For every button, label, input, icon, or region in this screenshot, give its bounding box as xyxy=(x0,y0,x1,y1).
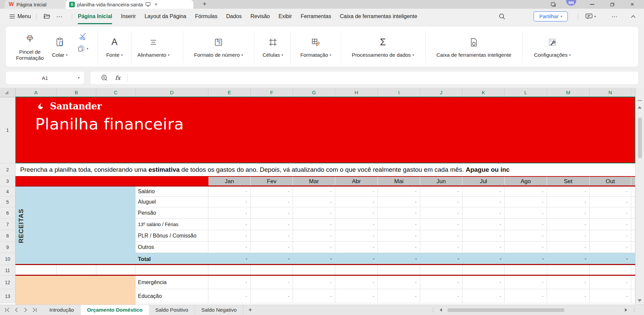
column-header-I[interactable]: I xyxy=(378,88,420,97)
cell-G12[interactable]: - xyxy=(293,276,335,289)
cell-H12[interactable]: - xyxy=(335,276,378,289)
cell-I11[interactable] xyxy=(378,265,420,276)
menu-button[interactable]: Menu xyxy=(17,9,31,24)
first-sheet-icon[interactable] xyxy=(5,307,10,313)
cell-F8[interactable]: - xyxy=(251,230,293,242)
sheet-tab-introducao[interactable]: Introdução xyxy=(43,305,81,315)
cell-O7[interactable] xyxy=(631,219,635,230)
row-header-5[interactable]: 5 xyxy=(0,197,15,207)
month-header-partial[interactable] xyxy=(631,176,635,187)
column-header-H[interactable]: H xyxy=(335,88,378,97)
cell-D7[interactable]: 13º salário / Férias xyxy=(136,219,208,230)
cell-E8[interactable]: - xyxy=(208,230,251,242)
month-header-jun[interactable]: Jun xyxy=(420,176,462,187)
cell-M7[interactable]: - xyxy=(547,219,590,230)
column-header-E[interactable]: E xyxy=(208,88,251,97)
cell-I6[interactable]: - xyxy=(378,207,420,219)
cell-G13[interactable]: - xyxy=(293,289,335,303)
row-header-11[interactable]: 11 xyxy=(0,265,15,276)
cell-M11[interactable] xyxy=(547,265,590,276)
menu-tab-layout-da-pagina[interactable]: Layout da Página xyxy=(145,9,187,24)
hamburger-menu-icon[interactable] xyxy=(9,9,15,24)
cell-L5[interactable]: - xyxy=(505,197,547,207)
cell-D8[interactable]: PLR / Bônus / Comissão xyxy=(136,230,208,242)
select-all-corner[interactable] xyxy=(0,88,15,97)
horizontal-scroll-thumb[interactable] xyxy=(447,308,564,312)
cell-L8[interactable]: - xyxy=(505,230,547,242)
cell-E10[interactable]: - xyxy=(208,253,251,265)
scroll-down-arrow[interactable] xyxy=(638,299,642,302)
column-header-C[interactable]: C xyxy=(96,88,136,97)
cell-I4[interactable]: - xyxy=(378,187,420,197)
cell-J6[interactable]: - xyxy=(420,207,462,219)
comments-icon[interactable]: ▾ xyxy=(585,9,596,24)
split-screen-icon[interactable] xyxy=(551,0,556,9)
column-header-B[interactable]: B xyxy=(57,88,96,97)
cell-G10[interactable]: - xyxy=(293,253,335,265)
month-header-set[interactable]: Set xyxy=(547,176,590,187)
cell-N12[interactable]: - xyxy=(590,276,631,289)
paste-button[interactable]: Colar▾ xyxy=(49,31,71,63)
open-folder-icon[interactable] xyxy=(44,9,50,24)
menu-tab-caixa-de-ferramentas-inteligente[interactable]: Caixa de ferramentas inteligente xyxy=(340,9,417,24)
cell-E11[interactable] xyxy=(208,265,251,276)
cell-O12[interactable] xyxy=(631,276,635,289)
month-header-fev[interactable]: Fev xyxy=(251,176,293,187)
menu-tab-inserir[interactable]: Inserir xyxy=(121,9,136,24)
banner-cell-a1[interactable]: Santander Planilha financeira xyxy=(15,97,635,163)
cell-D10[interactable]: Total xyxy=(136,253,208,265)
split-handle[interactable] xyxy=(638,100,642,101)
cell-L10[interactable]: - xyxy=(505,253,547,265)
cell-F6[interactable]: - xyxy=(251,207,293,219)
cell-F11[interactable] xyxy=(251,265,293,276)
cell-K13[interactable]: - xyxy=(462,289,505,303)
document-tab[interactable]: S planilha-vida-financeira-santa ✕ xyxy=(66,0,193,9)
settings-menu-button[interactable]: Configurações▾ xyxy=(527,31,578,63)
cell-F5[interactable]: - xyxy=(251,197,293,207)
last-sheet-icon[interactable] xyxy=(32,307,37,313)
more-files-icon[interactable]: ⋯ xyxy=(56,9,62,24)
cell-M8[interactable]: - xyxy=(547,230,590,242)
cell-J5[interactable]: - xyxy=(420,197,462,207)
cell-D6[interactable]: Pensão xyxy=(136,207,208,219)
cell-I10[interactable]: - xyxy=(378,253,420,265)
cell-E6[interactable]: - xyxy=(208,207,251,219)
cell-E9[interactable]: - xyxy=(208,242,251,253)
cell-E12[interactable]: - xyxy=(208,276,251,289)
cell-I13[interactable]: - xyxy=(378,289,420,303)
menu-tab-formulas[interactable]: Fórmulas xyxy=(195,9,217,24)
cell-H13[interactable]: - xyxy=(335,289,378,303)
cell-G11[interactable] xyxy=(293,265,335,276)
cell-N10[interactable]: - xyxy=(590,253,631,265)
cell-L6[interactable]: - xyxy=(505,207,547,219)
row-header-2[interactable]: 2 xyxy=(0,163,15,176)
cell-I7[interactable]: - xyxy=(378,219,420,230)
copy-button[interactable]: ▾ xyxy=(78,45,88,52)
more-options-icon[interactable]: ⋯ xyxy=(611,9,617,24)
column-header-F[interactable]: F xyxy=(251,88,293,97)
cell-H4[interactable]: - xyxy=(335,187,378,197)
cell-M6[interactable]: - xyxy=(547,207,590,219)
sheet-tab-orcamento-domestico[interactable]: Orçamento Doméstico xyxy=(81,305,149,315)
cell-N9[interactable]: - xyxy=(590,242,631,253)
formula-input[interactable] xyxy=(128,71,638,84)
cell-M5[interactable]: - xyxy=(547,197,590,207)
menu-tab-ferramentas[interactable]: Ferramentas xyxy=(301,9,331,24)
row-header-8[interactable]: 8 xyxy=(0,230,15,242)
cell-K4[interactable]: - xyxy=(462,187,505,197)
vertical-scrollbar[interactable] xyxy=(635,88,644,305)
table-format-menu-button[interactable]: Formatação▾ xyxy=(293,31,338,63)
sheet-tab-saldo-negativo[interactable]: Saldo Negativo xyxy=(195,305,243,315)
cell-G7[interactable]: - xyxy=(293,219,335,230)
cell-H7[interactable]: - xyxy=(335,219,378,230)
cell-K8[interactable]: - xyxy=(462,230,505,242)
column-header-A[interactable]: A xyxy=(15,88,57,97)
cell-I5[interactable]: - xyxy=(378,197,420,207)
cell-L7[interactable]: - xyxy=(505,219,547,230)
column-header-N[interactable]: N xyxy=(590,88,631,97)
month-header-mar[interactable]: Mar xyxy=(293,176,335,187)
cell-F13[interactable]: - xyxy=(251,289,293,303)
cell-J8[interactable]: - xyxy=(420,230,462,242)
cell-F10[interactable]: - xyxy=(251,253,293,265)
menu-tab-exibir[interactable]: Exibir xyxy=(279,9,292,24)
